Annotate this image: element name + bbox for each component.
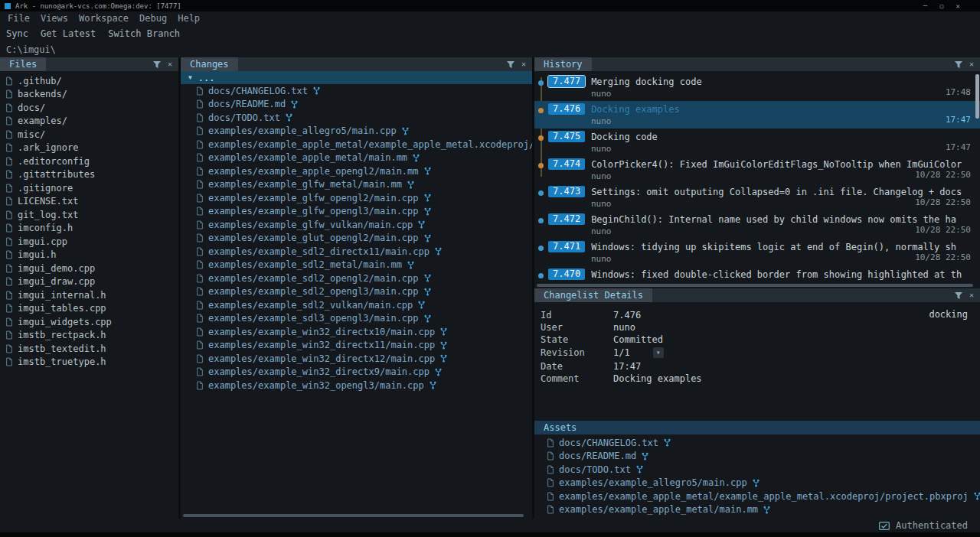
- minimize-icon[interactable]: ─: [923, 2, 927, 10]
- asset-file-row[interactable]: examples/example_allegro5/main.cpp: [534, 477, 980, 490]
- filter-icon[interactable]: [507, 61, 514, 68]
- changed-file-row[interactable]: docs/CHANGELOG.txt: [181, 84, 532, 98]
- asset-file-row[interactable]: docs/README.md: [534, 450, 980, 464]
- changed-file-row[interactable]: examples/example_apple_metal/example_app…: [181, 138, 532, 151]
- menu-item[interactable]: Workspace: [79, 13, 129, 24]
- history-commit-row[interactable]: 7.473 Settings: omit outputing Collapsed…: [534, 184, 980, 211]
- file-tree-item[interactable]: .gitignore: [0, 181, 178, 195]
- changed-file-row[interactable]: examples/example_win32_opengl3/main.cpp: [181, 379, 532, 392]
- file-tree-item[interactable]: docs/: [0, 101, 178, 115]
- changed-file-row[interactable]: examples/example_glfw_opengl3/main.cpp: [181, 205, 532, 219]
- menu-item[interactable]: Help: [178, 13, 200, 24]
- revision-select[interactable]: 1/1 ▾: [613, 347, 664, 358]
- file-tree-item[interactable]: imstb_textedit.h: [0, 342, 178, 356]
- changed-file-row[interactable]: examples/example_sdl2_directx11/main.cpp: [181, 245, 532, 259]
- changed-file-row[interactable]: docs/README.md: [181, 98, 532, 112]
- history-commit-row[interactable]: 7.472 BeginChild(): Internal name used b…: [534, 211, 980, 239]
- toolbar-button[interactable]: Sync: [6, 28, 28, 39]
- scrollbar-thumb[interactable]: [183, 514, 524, 517]
- changed-file-row[interactable]: examples/example_win32_directx10/main.cp…: [181, 325, 532, 339]
- changed-file-row[interactable]: examples/example_win32_directx11/main.cp…: [181, 339, 532, 353]
- history-commit-row[interactable]: 7.470 Windows: fixed double-clicked bord…: [534, 266, 980, 282]
- changes-panel-title[interactable]: Changes: [181, 57, 238, 71]
- changed-file-row[interactable]: examples/example_sdl2_metal/main.mm: [181, 259, 532, 272]
- revision-badge[interactable]: 7.477: [548, 76, 585, 87]
- toolbar-button[interactable]: Switch Branch: [108, 28, 180, 39]
- file-tree-item[interactable]: imstb_truetype.h: [0, 356, 178, 369]
- filter-icon[interactable]: [955, 292, 962, 299]
- changed-file-row[interactable]: examples/example_apple_opengl2/main.mm: [181, 164, 532, 178]
- history-vertical-scrollbar[interactable]: [975, 74, 979, 119]
- revision-badge[interactable]: 7.476: [548, 103, 585, 115]
- changed-file-row[interactable]: examples/example_glfw_metal/main.mm: [181, 178, 532, 192]
- file-tree-item[interactable]: imgui_internal.h: [0, 288, 178, 302]
- file-tree-item[interactable]: imgui_demo.cpp: [0, 262, 178, 275]
- changed-file-row[interactable]: examples/example_sdl2_opengl2/main.cpp: [181, 272, 532, 285]
- filter-icon[interactable]: [955, 61, 962, 68]
- history-commit-row[interactable]: 7.476 Docking examples nuno 17:47: [534, 101, 980, 129]
- toolbar-button[interactable]: Get Latest: [41, 28, 96, 39]
- file-tree-item[interactable]: examples/: [0, 115, 178, 129]
- file-tree-item[interactable]: .editorconfig: [0, 155, 178, 168]
- file-tree-item[interactable]: imgui.cpp: [0, 235, 178, 249]
- revision-badge[interactable]: 7.475: [548, 131, 585, 142]
- history-commit-row[interactable]: 7.475 Docking code nuno 17:47: [534, 129, 980, 156]
- comment-text[interactable]: Docking examples: [613, 373, 702, 384]
- revision-badge[interactable]: 7.471: [548, 241, 585, 252]
- file-tree-item[interactable]: imstb_rectpack.h: [0, 329, 178, 343]
- revision-badge[interactable]: 7.474: [548, 158, 585, 170]
- menu-item[interactable]: Debug: [139, 13, 167, 24]
- details-panel-title[interactable]: Changelist Details: [534, 288, 652, 302]
- file-tree-item[interactable]: .gitattributes: [0, 168, 178, 182]
- file-tree-item[interactable]: imgui_draw.cpp: [0, 275, 178, 289]
- file-tree-item[interactable]: git_log.txt: [0, 208, 178, 222]
- changed-file-row[interactable]: examples/example_apple_metal/main.mm: [181, 151, 532, 165]
- file-tree-item[interactable]: .github/: [0, 74, 178, 88]
- changed-file-row[interactable]: docs/TODO.txt: [181, 111, 532, 125]
- changed-file-row[interactable]: examples/example_glfw_opengl2/main.cpp: [181, 191, 532, 205]
- maximize-icon[interactable]: ◻: [939, 2, 943, 10]
- changed-file-row[interactable]: examples/example_win32_directx12/main.cp…: [181, 352, 532, 366]
- chevron-down-icon[interactable]: ▼: [188, 74, 192, 81]
- changed-file-row[interactable]: examples/example_sdl2_vulkan/main.cpp: [181, 298, 532, 312]
- asset-file-row[interactable]: docs/TODO.txt: [534, 463, 980, 477]
- file-tree-item[interactable]: backends/: [0, 88, 178, 102]
- changed-file-row[interactable]: examples/example_sdl3_opengl3/main.cpp: [181, 312, 532, 326]
- history-panel-title[interactable]: History: [534, 57, 592, 71]
- revision-badge[interactable]: 7.472: [548, 213, 585, 225]
- changed-file-row[interactable]: examples/example_allegro5/main.cpp: [181, 125, 532, 138]
- asset-file-row[interactable]: docs/CHANGELOG.txt: [534, 436, 980, 450]
- history-horizontal-scrollbar[interactable]: [534, 282, 980, 288]
- changed-file-row[interactable]: examples/example_glut_opengl2/main.cpp: [181, 232, 532, 246]
- close-panel-icon[interactable]: ✕: [969, 291, 974, 299]
- asset-file-row[interactable]: examples/example_apple_metal/main.mm: [534, 503, 980, 517]
- file-tree-item[interactable]: LICENSE.txt: [0, 195, 178, 209]
- file-tree-item[interactable]: imconfig.h: [0, 222, 178, 236]
- file-tree-item[interactable]: .ark_ignore: [0, 142, 178, 155]
- asset-file-row[interactable]: examples/example_apple_metal/example_app…: [534, 490, 980, 503]
- filter-icon[interactable]: [153, 61, 161, 68]
- history-commit-row[interactable]: 7.471 Windows: tidying up skipitems logi…: [534, 239, 980, 266]
- history-commit-row[interactable]: 7.477 Merging docking code nuno 17:48: [534, 73, 980, 101]
- changes-horizontal-scrollbar[interactable]: [181, 513, 532, 519]
- file-tree-item[interactable]: imgui_widgets.cpp: [0, 315, 178, 329]
- close-panel-icon[interactable]: ✕: [168, 60, 172, 68]
- menu-item[interactable]: Views: [41, 13, 68, 24]
- file-tree-item[interactable]: imgui.h: [0, 249, 178, 262]
- changed-file-row[interactable]: examples/example_win32_directx9/main.cpp: [181, 366, 532, 379]
- close-panel-icon[interactable]: ✕: [969, 60, 974, 68]
- scrollbar-thumb[interactable]: [537, 284, 973, 287]
- menu-item[interactable]: File: [8, 13, 30, 24]
- changed-file-row[interactable]: examples/example_glfw_vulkan/main.cpp: [181, 218, 532, 232]
- assets-panel-title[interactable]: Assets: [534, 421, 586, 434]
- close-window-icon[interactable]: ✕: [956, 2, 960, 10]
- revision-badge[interactable]: 7.470: [548, 268, 585, 280]
- files-panel-title[interactable]: Files: [0, 57, 46, 71]
- history-commit-row[interactable]: 7.474 ColorPicker4(): Fixed ImGuiColorEd…: [534, 156, 980, 184]
- file-tree-item[interactable]: misc/: [0, 128, 178, 142]
- revision-badge[interactable]: 7.473: [548, 186, 585, 197]
- close-panel-icon[interactable]: ✕: [521, 60, 526, 68]
- changed-file-row[interactable]: examples/example_sdl2_opengl3/main.cpp: [181, 285, 532, 299]
- file-tree-item[interactable]: imgui_tables.cpp: [0, 302, 178, 316]
- changes-root-row[interactable]: ▼ ...: [181, 71, 532, 84]
